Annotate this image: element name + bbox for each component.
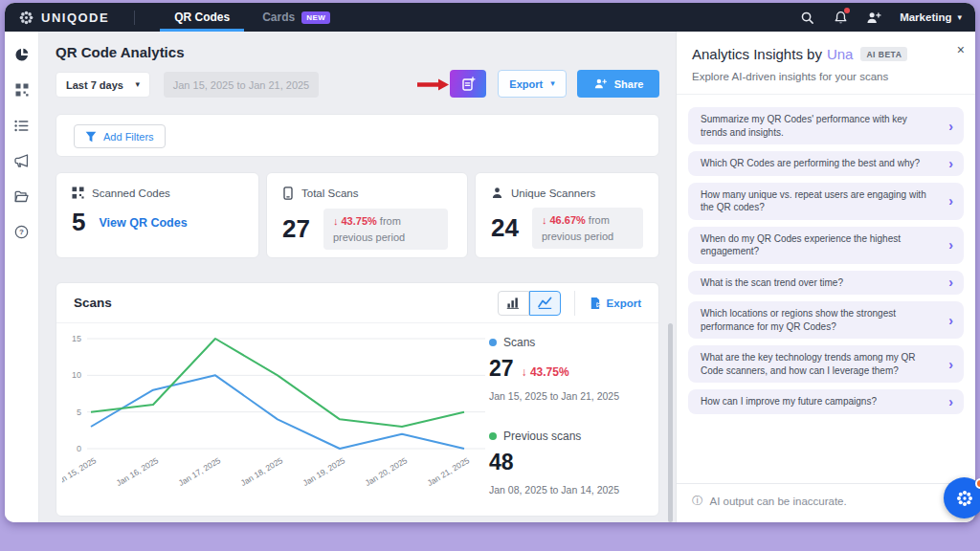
sidebar-folders-icon[interactable]: [14, 188, 30, 204]
panel-footer-divider: [677, 483, 975, 484]
brand-name: UNIQODE: [41, 11, 109, 25]
insight-prompts: Summarize my QR Codes' performance with …: [688, 107, 964, 414]
view-qr-codes-link[interactable]: View QR Codes: [99, 216, 187, 230]
svg-text:10: 10: [72, 370, 81, 380]
chevron-right-icon: ›: [948, 311, 953, 329]
down-arrow-icon: ↓: [333, 215, 339, 227]
stat-label: Unique Scanners: [511, 187, 595, 199]
tab-cards[interactable]: Cards NEW: [246, 3, 346, 32]
nav-divider: [134, 11, 135, 25]
search-icon[interactable]: [799, 10, 814, 25]
chart-export-label: Export: [607, 298, 641, 309]
chevron-right-icon: ›: [948, 192, 953, 210]
invite-user-icon[interactable]: [866, 10, 881, 25]
account-menu[interactable]: Marketing ▾: [900, 11, 962, 23]
stat-value: 5: [72, 208, 85, 237]
document-plus-icon: [460, 77, 476, 92]
down-arrow-icon: ↓: [542, 214, 547, 226]
svg-text:Jan 20, 2025: Jan 20, 2025: [364, 455, 410, 488]
chevron-right-icon: ›: [948, 392, 953, 410]
svg-text:Jan 16, 2025: Jan 16, 2025: [115, 455, 161, 488]
uniqode-flower-logo-icon: [18, 10, 34, 26]
una-brand-name: Una: [827, 46, 854, 62]
uniqode-flower-logo-icon: [955, 489, 974, 508]
stat-delta: 46.67%: [549, 214, 585, 226]
export-file-icon: [589, 297, 601, 310]
ai-disclaimer: ⓘ AI output can be inaccurate.: [692, 494, 847, 508]
filters-card: Add Filters: [56, 114, 659, 157]
insight-prompt-2[interactable]: Which QR Codes are performing the best a…: [688, 151, 964, 176]
chevron-right-icon: ›: [948, 355, 953, 373]
add-filters-button[interactable]: Add Filters: [74, 124, 166, 148]
insight-prompt-6[interactable]: Which locations or regions show the stro…: [688, 301, 964, 339]
stat-card-scanned-codes: Scanned Codes 5 View QR Codes: [56, 172, 259, 258]
insight-prompt-7[interactable]: What are the key technology trends among…: [688, 345, 964, 383]
bar-chart-toggle-button[interactable]: [498, 291, 529, 316]
sidebar-qr-codes-icon[interactable]: [14, 82, 30, 98]
date-range-field[interactable]: Jan 15, 2025 to Jan 21, 2025: [164, 72, 319, 98]
qr-grid-icon: [72, 187, 84, 199]
notifications-bell-icon[interactable]: [833, 10, 848, 25]
tab-qr-codes[interactable]: QR Codes: [158, 3, 246, 32]
date-preset-value: Last 7 days: [66, 79, 123, 91]
svg-text:5: 5: [77, 408, 81, 417]
left-sidebar: ?: [5, 32, 39, 522]
share-button[interactable]: Share: [577, 70, 659, 98]
sidebar-analytics-pie-icon[interactable]: [14, 47, 30, 62]
annotation-arrow: [416, 78, 450, 91]
top-nav: UNIQODE QR Codes Cards NEW Marketing ▾: [5, 3, 975, 32]
legend-label: Scans: [503, 336, 535, 349]
close-icon[interactable]: ×: [957, 43, 965, 56]
main-content: QR Code Analytics Last 7 days ▾ Jan 15, …: [39, 32, 676, 522]
tab-cards-label: Cards: [262, 11, 295, 24]
stat-delta: 43.75%: [341, 215, 376, 227]
insight-prompt-5[interactable]: What is the scan trend over time?›: [688, 271, 964, 296]
svg-text:15: 15: [72, 334, 81, 343]
insight-prompt-4[interactable]: When do my QR Codes experience the highe…: [688, 227, 964, 264]
insights-panel: × Analytics Insights by Una AI BETA Expl…: [676, 32, 975, 522]
sidebar-list-icon[interactable]: [14, 118, 30, 133]
scans-series-dot: [489, 339, 497, 346]
legend-item-previous-scans: Previous scans 48 Jan 08, 2025 to Jan 14…: [489, 430, 650, 496]
stat-label: Scanned Codes: [92, 187, 170, 199]
tab-qr-codes-label: QR Codes: [174, 11, 230, 24]
scans-chart-card: Scans: [56, 282, 659, 517]
sidebar-help-icon[interactable]: ?: [14, 224, 30, 239]
person-icon: [491, 187, 503, 199]
line-chart-icon: [538, 297, 552, 309]
legend-value: 27: [489, 356, 514, 382]
export-dropdown-button[interactable]: Export ▾: [498, 70, 567, 98]
svg-text:Jan 21, 2025: Jan 21, 2025: [426, 455, 472, 488]
insights-title: Analytics Insights by Una AI BETA: [692, 46, 907, 62]
main-scrollbar[interactable]: [668, 323, 673, 522]
chevron-right-icon: ›: [948, 236, 953, 254]
phone-icon: [282, 187, 294, 200]
ai-beta-badge: AI BETA: [860, 47, 907, 61]
stat-label: Total Scans: [301, 187, 358, 199]
stat-value: 27: [282, 214, 310, 244]
scans-section-title: Scans: [74, 296, 112, 310]
svg-text:Jan 15, 2025: Jan 15, 2025: [62, 455, 98, 488]
chart-export-link[interactable]: Export: [589, 297, 641, 310]
date-range-value: Jan 15, 2025 to Jan 21, 2025: [173, 79, 310, 91]
svg-text:0: 0: [77, 444, 81, 453]
fab-notification-dot: [975, 478, 980, 489]
chevron-right-icon: ›: [948, 117, 953, 135]
legend-value: 48: [489, 450, 514, 475]
insight-prompt-8[interactable]: How can I improve my future campaigns?›: [688, 389, 964, 414]
date-preset-dropdown[interactable]: Last 7 days ▾: [56, 72, 150, 98]
export-label: Export: [509, 78, 543, 90]
line-chart-toggle-button[interactable]: [529, 291, 561, 316]
insight-prompt-3[interactable]: How many unique vs. repeat users are eng…: [688, 183, 964, 220]
share-label: Share: [614, 78, 644, 90]
chevron-down-icon: ▾: [135, 80, 140, 89]
stat-delta-chip: ↓ 43.75% from previous period: [323, 209, 448, 250]
scans-line-chart: 051015Jan 15, 2025Jan 16, 2025Jan 17, 20…: [62, 327, 495, 504]
funnel-icon: [85, 131, 97, 143]
create-report-button[interactable]: [450, 70, 486, 98]
legend-label: Previous scans: [503, 430, 581, 443]
stat-delta-chip: ↓ 46.67% from previous period: [532, 208, 643, 249]
chevron-down-icon: ▾: [957, 13, 962, 22]
insight-prompt-1[interactable]: Summarize my QR Codes' performance with …: [688, 107, 964, 144]
sidebar-campaigns-megaphone-icon[interactable]: [14, 153, 30, 168]
